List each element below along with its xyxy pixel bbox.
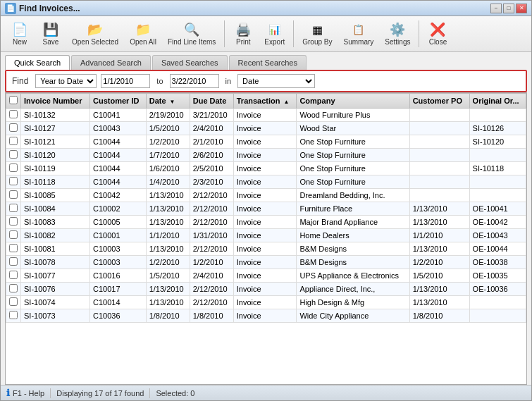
row-checkbox[interactable] xyxy=(9,150,18,159)
cell-due-date: 2/5/2010 xyxy=(190,162,233,175)
header-original-order[interactable]: Original Or... xyxy=(469,94,526,109)
group-by-button[interactable]: ▦ Group By xyxy=(297,19,337,49)
row-checkbox-cell[interactable] xyxy=(6,162,21,175)
help-section: ℹ F1 - Help xyxy=(6,388,44,398)
cell-customer-po: 1/2/2010 xyxy=(409,256,469,269)
header-customer-po-label: Customer PO xyxy=(413,97,462,105)
field-select[interactable]: Date Due Date Invoice Number xyxy=(237,74,315,88)
tab-recent-searches[interactable]: Recent Searches xyxy=(229,55,307,70)
cell-company: Appliance Direct, Inc., xyxy=(297,283,409,296)
cell-original-order xyxy=(469,296,526,309)
row-checkbox[interactable] xyxy=(9,297,18,306)
row-checkbox-cell[interactable] xyxy=(6,202,21,216)
select-all-checkbox[interactable] xyxy=(9,96,18,104)
cell-date: 1/13/2010 xyxy=(146,242,190,256)
cell-original-order: SI-10118 xyxy=(469,162,526,175)
header-company[interactable]: Company xyxy=(297,94,409,109)
row-checkbox-cell[interactable] xyxy=(6,296,21,309)
row-checkbox-cell[interactable] xyxy=(6,309,21,323)
titlebar-left: 📄 Find Invoices... xyxy=(5,3,80,14)
header-invoice-number[interactable]: Invoice Number xyxy=(21,94,90,109)
print-button[interactable]: 🖨️ Print xyxy=(228,19,258,49)
row-checkbox-cell[interactable] xyxy=(6,216,21,229)
row-checkbox-cell[interactable] xyxy=(6,242,21,256)
row-checkbox[interactable] xyxy=(9,123,18,132)
toolbar: 📄 New 💾 Save 📂 Open Selected 📁 Open All … xyxy=(1,16,531,52)
cell-due-date: 2/4/2010 xyxy=(190,269,233,283)
header-checkbox[interactable] xyxy=(6,94,21,109)
row-checkbox[interactable] xyxy=(9,164,18,172)
header-customer-id[interactable]: Customer ID xyxy=(90,94,147,109)
cell-customer-po xyxy=(409,122,469,135)
header-invoice-number-label: Invoice Number xyxy=(24,97,82,105)
cell-customer-id: C10001 xyxy=(90,229,147,242)
save-label: Save xyxy=(43,38,59,46)
row-checkbox[interactable] xyxy=(9,230,18,239)
header-date[interactable]: Date ▼ xyxy=(146,94,190,109)
settings-button[interactable]: ⚙️ Settings xyxy=(380,19,415,49)
open-selected-button[interactable]: 📂 Open Selected xyxy=(67,19,123,49)
row-checkbox-cell[interactable] xyxy=(6,256,21,269)
new-button[interactable]: 📄 New xyxy=(5,19,35,49)
row-checkbox[interactable] xyxy=(9,110,18,118)
tab-quick-search[interactable]: Quick Search xyxy=(5,55,70,70)
header-due-date[interactable]: Due Date xyxy=(190,94,233,109)
row-checkbox-cell[interactable] xyxy=(6,229,21,242)
help-text: F1 - Help xyxy=(13,389,44,397)
cell-date: 1/13/2010 xyxy=(146,202,190,216)
cell-transaction: Invoice xyxy=(233,269,297,283)
cell-original-order: OE-10041 xyxy=(469,202,526,216)
cell-customer-id: C10044 xyxy=(90,135,147,149)
row-checkbox[interactable] xyxy=(9,204,18,212)
statusbar: ℹ F1 - Help Displaying 17 of 17 found Se… xyxy=(1,385,531,400)
close-window-button[interactable]: ✕ xyxy=(516,4,527,13)
save-button[interactable]: 💾 Save xyxy=(36,19,66,49)
cell-original-order: SI-10120 xyxy=(469,135,526,149)
row-checkbox-cell[interactable] xyxy=(6,122,21,135)
tab-saved-searches[interactable]: Saved Searches xyxy=(152,55,228,70)
minimize-button[interactable]: − xyxy=(490,4,502,13)
close-button[interactable]: ❌ Close xyxy=(423,19,452,49)
cell-company: Dreamland Bedding, Inc. xyxy=(297,189,409,202)
close-label: Close xyxy=(429,38,447,46)
row-checkbox[interactable] xyxy=(9,257,18,266)
row-checkbox-cell[interactable] xyxy=(6,269,21,283)
cell-original-order: OE-10035 xyxy=(469,269,526,283)
date-range-select[interactable]: Year to Date This Month Last Month Custo… xyxy=(35,74,97,88)
row-checkbox[interactable] xyxy=(9,284,18,292)
row-checkbox-cell[interactable] xyxy=(6,175,21,189)
summary-button[interactable]: 📋 Summary xyxy=(339,19,379,49)
row-checkbox[interactable] xyxy=(9,217,18,226)
row-checkbox-cell[interactable] xyxy=(6,109,21,122)
date-from-input[interactable] xyxy=(101,74,150,88)
tab-advanced-search[interactable]: Advanced Search xyxy=(71,55,151,70)
header-customer-po[interactable]: Customer PO xyxy=(409,94,469,109)
row-checkbox-cell[interactable] xyxy=(6,149,21,162)
row-checkbox-cell[interactable] xyxy=(6,283,21,296)
header-transaction[interactable]: Transaction ▲ xyxy=(233,94,297,109)
row-checkbox[interactable] xyxy=(9,190,18,199)
cell-invoice-number: SI-10076 xyxy=(21,283,90,296)
cell-original-order: OE-10043 xyxy=(469,229,526,242)
cell-invoice-number: SI-10127 xyxy=(21,122,90,135)
find-line-items-button[interactable]: 🔍 Find Line Items xyxy=(163,19,221,49)
row-checkbox-cell[interactable] xyxy=(6,135,21,149)
row-checkbox[interactable] xyxy=(9,177,18,185)
maximize-button[interactable]: □ xyxy=(503,4,514,13)
open-all-button[interactable]: 📁 Open All xyxy=(125,19,161,49)
row-checkbox-cell[interactable] xyxy=(6,189,21,202)
row-checkbox[interactable] xyxy=(9,271,18,279)
settings-label: Settings xyxy=(385,38,410,46)
row-checkbox[interactable] xyxy=(9,311,18,319)
table-wrapper[interactable]: Invoice Number Customer ID Date ▼ Due Da… xyxy=(6,93,526,384)
export-button[interactable]: 📊 Export xyxy=(259,19,290,49)
table-row: SI-10082 C10001 1/1/2010 1/31/2010 Invoi… xyxy=(6,229,526,242)
table-row: SI-10127 C10043 1/5/2010 2/4/2010 Invoic… xyxy=(6,122,526,135)
row-checkbox[interactable] xyxy=(9,244,18,252)
cell-original-order xyxy=(469,109,526,122)
group-by-icon: ▦ xyxy=(309,22,326,37)
header-transaction-label: Transaction xyxy=(237,97,280,105)
cell-transaction: Invoice xyxy=(233,149,297,162)
date-to-input[interactable] xyxy=(170,74,219,88)
row-checkbox[interactable] xyxy=(9,137,18,145)
